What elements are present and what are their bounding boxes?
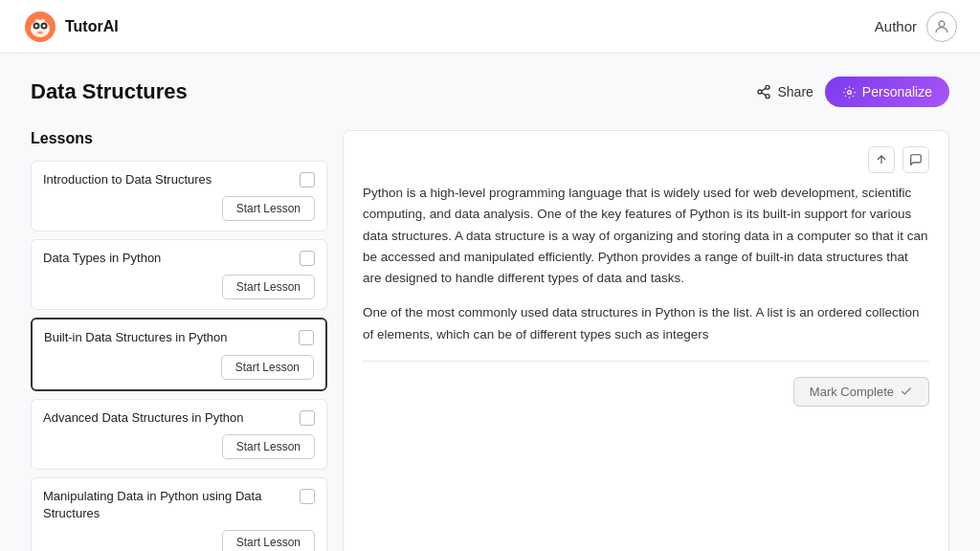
start-lesson-button-4[interactable]: Start Lesson — [222, 434, 315, 459]
lesson-item-3: Built-in Data Structures in Python Start… — [31, 318, 327, 390]
svg-point-15 — [847, 90, 851, 94]
author-label: Author — [875, 18, 917, 34]
content-actions — [363, 146, 929, 173]
page-content: Data Structures Share Personalize — [0, 54, 980, 551]
svg-rect-8 — [41, 19, 45, 22]
personalize-label: Personalize — [862, 84, 932, 99]
content-panel: Python is a high-level programming langu… — [343, 130, 949, 551]
chat-button[interactable] — [902, 146, 929, 173]
lesson-item-4-top: Advanced Data Structures in Python — [43, 409, 315, 427]
content-paragraph-1: Python is a high-level programming langu… — [363, 183, 929, 289]
svg-point-9 — [939, 21, 945, 27]
content-text: Python is a high-level programming langu… — [363, 183, 929, 345]
svg-point-4 — [35, 24, 38, 27]
lessons-title: Lessons — [31, 130, 327, 147]
svg-point-6 — [37, 31, 43, 33]
lesson-item-1: Introduction to Data Structures Start Le… — [31, 161, 327, 231]
lesson-item-5: Manipulating Data in Python using Data S… — [31, 477, 327, 551]
svg-point-1 — [31, 20, 50, 37]
lesson-name-2: Data Types in Python — [43, 250, 292, 267]
lesson-checkbox-1[interactable] — [300, 172, 315, 187]
start-lesson-button-3[interactable]: Start Lesson — [221, 355, 314, 380]
svg-line-13 — [762, 93, 767, 96]
lesson-item-4: Advanced Data Structures in Python Start… — [31, 399, 327, 470]
lesson-name-3: Built-in Data Structures in Python — [44, 329, 291, 346]
mark-complete-button[interactable]: Mark Complete — [793, 377, 929, 407]
lesson-item-1-top: Introduction to Data Structures — [43, 171, 315, 188]
lesson-checkbox-4[interactable] — [300, 410, 315, 426]
lesson-item-3-top: Built-in Data Structures in Python — [44, 329, 314, 346]
svg-point-10 — [766, 85, 769, 89]
mark-complete-label: Mark Complete — [810, 385, 894, 399]
bottom-bar: Mark Complete — [363, 377, 929, 407]
svg-line-14 — [762, 88, 767, 91]
lesson-item-5-top: Manipulating Data in Python using Data S… — [43, 488, 315, 522]
app-header: TutorAI Author — [0, 0, 980, 54]
svg-rect-7 — [35, 19, 39, 22]
lesson-item-2: Data Types in Python Start Lesson — [31, 239, 327, 310]
page-actions: Share Personalize — [756, 77, 949, 107]
lesson-name-5: Manipulating Data in Python using Data S… — [43, 488, 292, 522]
lesson-checkbox-2[interactable] — [300, 251, 315, 266]
copy-button[interactable] — [868, 146, 895, 173]
svg-point-12 — [766, 95, 769, 99]
lesson-checkbox-3[interactable] — [299, 330, 314, 345]
avatar[interactable] — [926, 11, 957, 42]
lesson-name-4: Advanced Data Structures in Python — [43, 409, 292, 427]
tutor-ai-logo — [23, 10, 57, 44]
content-divider — [363, 361, 929, 362]
svg-point-5 — [43, 24, 46, 27]
svg-point-11 — [758, 90, 762, 94]
page-header: Data Structures Share Personalize — [31, 77, 949, 107]
lesson-checkbox-5[interactable] — [300, 489, 315, 504]
start-lesson-button-2[interactable]: Start Lesson — [222, 275, 315, 299]
logo-text: TutorAI — [65, 18, 119, 35]
logo-area: TutorAI — [23, 10, 119, 44]
lessons-panel: Lessons Introduction to Data Structures … — [31, 130, 327, 551]
share-button[interactable]: Share — [756, 84, 813, 99]
content-paragraph-2: One of the most commonly used data struc… — [363, 302, 929, 345]
personalize-button[interactable]: Personalize — [825, 77, 949, 107]
start-lesson-button-1[interactable]: Start Lesson — [222, 196, 315, 221]
main-layout: Lessons Introduction to Data Structures … — [31, 130, 949, 551]
share-label: Share — [777, 84, 813, 99]
start-lesson-button-5[interactable]: Start Lesson — [222, 530, 315, 551]
header-right: Author — [875, 11, 957, 42]
lesson-name-1: Introduction to Data Structures — [43, 171, 292, 188]
page-title: Data Structures — [31, 79, 188, 104]
lesson-item-2-top: Data Types in Python — [43, 250, 315, 267]
